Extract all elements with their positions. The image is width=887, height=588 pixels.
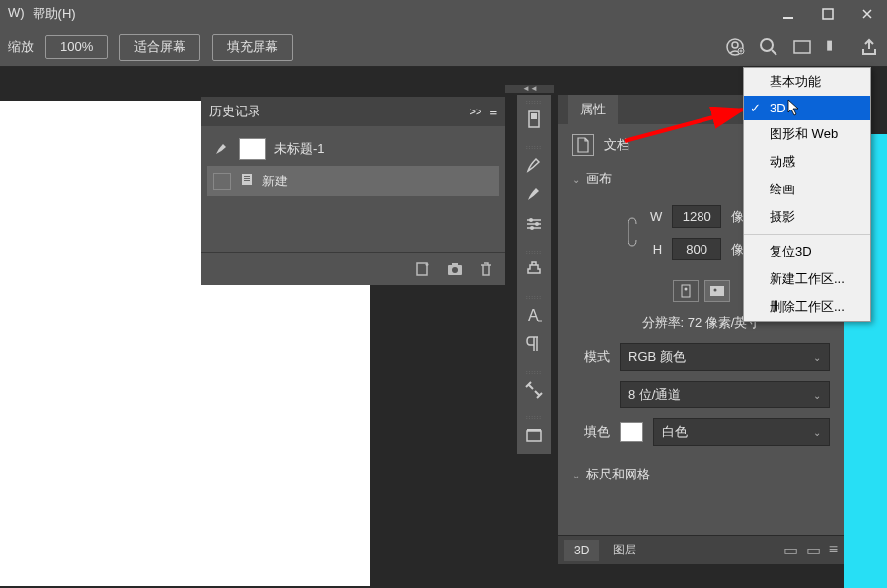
svg-rect-22	[527, 429, 541, 431]
document-name: 未标题-1	[274, 140, 325, 158]
document-section-label: 文档	[604, 136, 629, 154]
mode-label: 模式	[572, 348, 610, 366]
ws-item-3d[interactable]: ✓ 3D	[744, 96, 870, 120]
tab-properties[interactable]: 属性	[568, 95, 618, 124]
document-icon	[239, 172, 255, 190]
height-input[interactable]: 800	[672, 238, 721, 260]
fit-screen-button[interactable]: 适合屏幕	[119, 34, 200, 61]
fill-dropdown[interactable]: 白色⌄	[653, 418, 830, 446]
resolution-label: 分辨率	[642, 315, 681, 330]
panel-icon[interactable]: ▭	[783, 541, 798, 559]
tool-column: :::::: :::::: :::::: :::::: A :::::: :::…	[517, 95, 551, 454]
brush-tool-icon[interactable]	[517, 150, 551, 180]
titlebar: W) 帮助(H)	[0, 0, 887, 28]
ws-item-motion[interactable]: 动感	[744, 148, 870, 176]
history-menu-icon[interactable]: ≡	[489, 105, 497, 119]
fill-swatch[interactable]	[620, 422, 643, 442]
tab-3d[interactable]: 3D	[564, 540, 599, 561]
ruler-section-label: 标尺和网格	[586, 466, 650, 483]
svg-rect-6	[794, 41, 810, 53]
svg-rect-8	[244, 176, 250, 177]
workspace-switcher-icon[interactable]: ▮	[826, 37, 846, 57]
minimize-button[interactable]	[769, 0, 808, 28]
search-icon[interactable]	[759, 37, 778, 57]
svg-point-18	[535, 222, 539, 226]
ws-item-graphics-web[interactable]: 图形和 Web	[744, 120, 870, 148]
width-input[interactable]: 1280	[672, 205, 721, 228]
type-tool-icon[interactable]: A	[517, 300, 551, 330]
trash-icon[interactable]	[478, 260, 495, 278]
history-document-row[interactable]: 未标题-1	[207, 132, 499, 166]
link-icon[interactable]	[627, 208, 638, 258]
menu-window[interactable]: W)	[8, 5, 25, 23]
cursor-icon	[787, 99, 801, 116]
user-icon[interactable]	[725, 37, 745, 57]
ws-item-photography[interactable]: 摄影	[744, 203, 870, 231]
maximize-button[interactable]	[808, 0, 848, 28]
landscape-button[interactable]	[704, 280, 730, 302]
height-label: H	[646, 242, 662, 257]
history-step-new[interactable]: 新建	[207, 166, 499, 196]
history-footer	[201, 252, 505, 285]
chevron-down-icon: ⌄	[813, 352, 821, 363]
collapse-arrows[interactable]: ◄◄	[505, 85, 554, 93]
fill-label: 填色	[572, 423, 610, 441]
svg-point-3	[732, 42, 738, 48]
toolbar: 缩放 100% 适合屏幕 填充屏幕 ▮	[0, 28, 887, 67]
ws-item-delete[interactable]: 删除工作区...	[744, 293, 870, 321]
close-button[interactable]	[848, 0, 887, 28]
document-icon	[572, 134, 594, 156]
fill-screen-button[interactable]: 填充屏幕	[212, 34, 293, 61]
workspace-menu: 基本功能 ✓ 3D 图形和 Web 动感 绘画 摄影 复位3D 新建工作区...…	[743, 67, 871, 322]
resolution-value: 72	[688, 315, 702, 330]
bit-depth-dropdown[interactable]: 8 位/通道⌄	[620, 381, 830, 408]
svg-text:A: A	[528, 307, 539, 324]
zoom-label: 缩放	[8, 38, 34, 56]
chevron-down-icon: ⌄	[813, 390, 821, 401]
history-title: 历史记录	[209, 103, 260, 120]
history-expand-icon[interactable]: >>	[470, 106, 482, 117]
brush-icon	[213, 139, 231, 160]
svg-rect-1	[823, 9, 833, 19]
ws-item-new[interactable]: 新建工作区...	[744, 265, 870, 293]
ws-item-essentials[interactable]: 基本功能	[744, 68, 870, 96]
zoom-value-button[interactable]: 100%	[45, 35, 108, 59]
bottom-tabs: 3D 图层 ▭ ▭ ≡	[558, 535, 844, 564]
camera-icon[interactable]	[446, 260, 464, 278]
svg-rect-21	[527, 431, 541, 441]
svg-rect-23	[682, 285, 690, 297]
svg-point-24	[684, 288, 687, 291]
svg-point-17	[529, 218, 533, 222]
layers-panel-icon[interactable]	[517, 420, 551, 450]
svg-point-13	[452, 267, 458, 273]
share-icon[interactable]	[859, 37, 879, 57]
menu-help[interactable]: 帮助(H)	[33, 5, 76, 23]
history-checkbox[interactable]	[213, 173, 231, 190]
frame-icon[interactable]	[792, 37, 812, 57]
chevron-down-icon: ⌄	[813, 427, 821, 438]
svg-point-19	[530, 226, 534, 230]
svg-point-5	[761, 39, 773, 51]
svg-rect-9	[244, 178, 250, 179]
chevron-down-icon: ⌄	[572, 174, 580, 184]
svg-rect-10	[244, 180, 250, 181]
paragraph-icon[interactable]	[517, 330, 551, 359]
adjustments-icon[interactable]	[517, 209, 551, 239]
chevron-down-icon: ⌄	[572, 470, 580, 480]
repair-tool-icon[interactable]	[517, 375, 551, 404]
ws-item-painting[interactable]: 绘画	[744, 176, 870, 203]
svg-rect-0	[783, 17, 793, 19]
ws-item-reset[interactable]: 复位3D	[744, 238, 870, 265]
document-thumbnail	[239, 138, 266, 160]
history-step-label: 新建	[262, 173, 288, 190]
ruler-section-header[interactable]: ⌄ 标尺和网格	[572, 466, 830, 483]
portrait-button[interactable]	[673, 280, 699, 302]
brush-settings-icon[interactable]	[517, 180, 551, 209]
tab-layers[interactable]: 图层	[603, 538, 646, 562]
new-document-icon[interactable]	[414, 260, 432, 278]
panel-icon[interactable]: ▭	[806, 541, 821, 559]
color-mode-dropdown[interactable]: RGB 颜色⌄	[620, 343, 830, 371]
tool-library-icon[interactable]	[517, 105, 551, 134]
clone-stamp-icon[interactable]	[517, 255, 551, 284]
panel-menu-icon[interactable]: ≡	[829, 541, 838, 559]
